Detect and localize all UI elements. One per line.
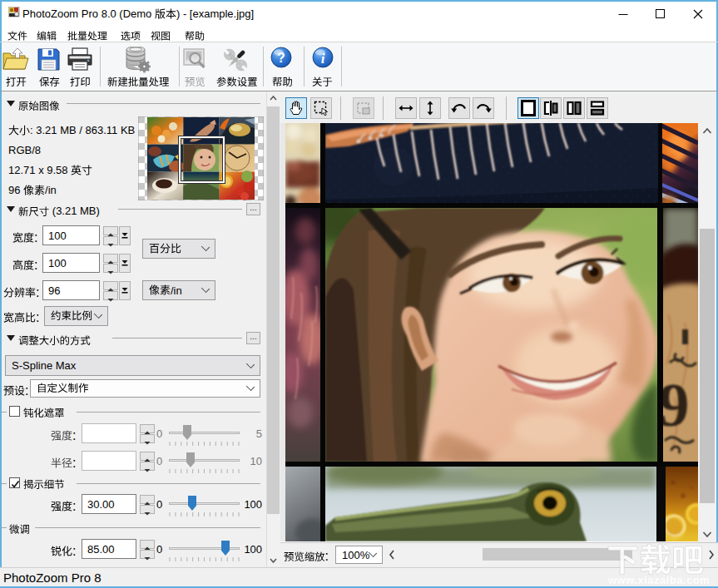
svg-text:9: 9 xyxy=(659,371,690,439)
svg-text:i: i xyxy=(321,51,325,67)
svg-text:?: ? xyxy=(277,51,285,65)
